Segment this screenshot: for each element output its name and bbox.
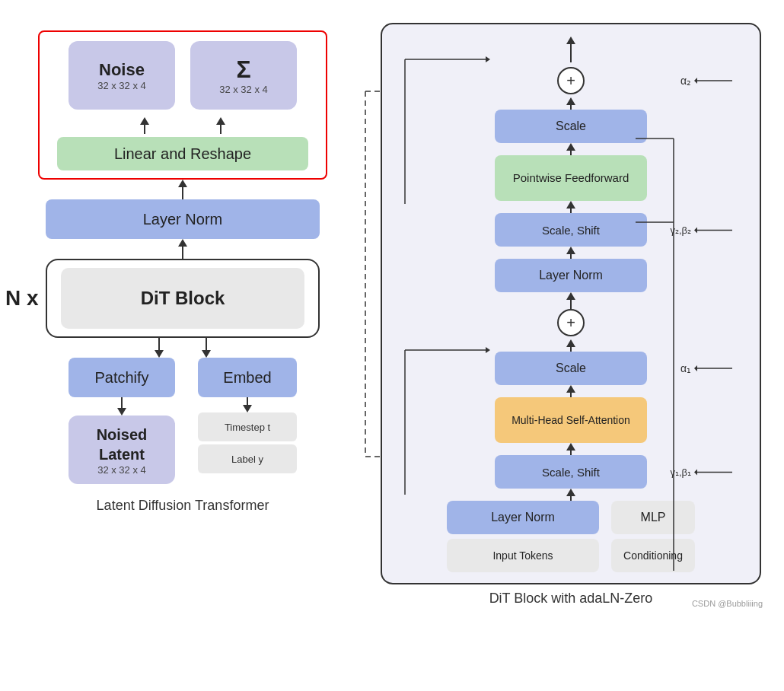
layer-norm-label-left: Layer Norm <box>143 211 222 228</box>
linear-reshape-box: Linear and Reshape <box>57 137 308 170</box>
gamma1-beta1-label: γ₁,β₁ <box>670 467 691 478</box>
noise-box: Noise 32 x 32 x 4 <box>69 41 175 110</box>
red-box: Noise 32 x 32 x 4 Σ 32 x 32 x 4 <box>38 30 327 180</box>
scale-shift1-label: Scale, Shift <box>542 466 600 479</box>
attention-label: Multi-Head Self-Attention <box>512 413 630 427</box>
main-container: Noise 32 x 32 x 4 Σ 32 x 32 x 4 <box>0 0 784 691</box>
conditioning-label: Conditioning <box>623 549 683 562</box>
svg-marker-8 <box>694 365 697 371</box>
gamma2-beta2-label: γ₂,β₂ <box>670 224 691 236</box>
mlp-box: MLP <box>611 501 695 534</box>
left-title: Latent Diffusion Transformer <box>97 498 269 514</box>
embed-box: Embed <box>198 358 297 397</box>
arrow-to-circle-bottom <box>566 292 575 309</box>
arrow-to-embed <box>202 338 211 358</box>
feedforward-label: Pointwise Feedforward <box>513 170 629 186</box>
scale-shift1-box: Scale, Shift <box>495 455 647 489</box>
arrow-to-scale1 <box>566 339 575 352</box>
watermark: CSDN @Bubbliiing <box>692 599 763 608</box>
layer-norm2-label: Layer Norm <box>539 269 603 282</box>
scale-top-label: Scale <box>556 119 586 133</box>
arrow-dit-to-ln <box>178 239 187 259</box>
arrow-to-noise <box>140 117 149 134</box>
circle-plus-top: + <box>557 67 585 94</box>
right-title: DiT Block with adaLN-Zero <box>489 591 653 607</box>
noised-latent-box: NoisedLatent 32 x 32 x 4 <box>69 416 175 484</box>
arrow-to-ss1 <box>566 443 575 455</box>
mlp-label: MLP <box>641 511 666 524</box>
svg-marker-10 <box>694 469 697 475</box>
arrow-to-scale-top <box>566 97 575 110</box>
patchify-col: Patchify NoisedLatent 32 x 32 x 4 <box>69 358 175 484</box>
svg-marker-6 <box>694 227 697 233</box>
timestep-box: Timestep t <box>198 412 297 441</box>
dit-outer-box: + α₂ Scale <box>381 23 761 584</box>
scale1-box: Scale <box>495 352 647 385</box>
arrow-top-out <box>566 37 575 62</box>
arrow-to-attn <box>566 385 575 397</box>
timestep-label: Timestep t <box>225 422 270 433</box>
patchify-label: Patchify <box>94 369 148 387</box>
conditioning-box: Conditioning <box>611 539 695 572</box>
circle-plus-bottom: + <box>557 309 585 336</box>
dit-block-inner: DiT Block <box>61 268 304 329</box>
patchify-box: Patchify <box>69 358 175 397</box>
attention-box: Multi-Head Self-Attention <box>495 397 647 443</box>
alpha2-label: α₂ <box>680 75 691 87</box>
sigma-box: Σ 32 x 32 x 4 <box>190 41 297 110</box>
alpha2-arrow <box>694 75 740 86</box>
dit-block-outer: N x DiT Block <box>46 259 320 338</box>
layer-norm2-box: Layer Norm <box>495 259 647 292</box>
arrow-to-ss2 <box>566 201 575 213</box>
arrow-ln-to-lr <box>178 180 187 199</box>
input-tokens-box: Input Tokens <box>447 539 599 572</box>
sigma-label: Σ <box>236 56 250 84</box>
layer-norm1-box: Layer Norm <box>447 501 599 534</box>
gamma1-arrow <box>694 467 740 477</box>
scale1-label: Scale <box>556 361 586 375</box>
arrow-to-noised <box>117 397 126 416</box>
n-x-label: N x <box>5 286 39 310</box>
feedforward-box: Pointwise Feedforward <box>495 155 647 201</box>
noised-dim: 32 x 32 x 4 <box>97 464 146 476</box>
noise-dim: 32 x 32 x 4 <box>97 80 146 91</box>
scale-shift2-label: Scale, Shift <box>542 224 600 237</box>
noise-label: Noise <box>99 60 145 80</box>
dit-block-label: DiT Block <box>141 288 225 309</box>
arrow-to-timestep <box>243 397 252 412</box>
patchify-embed-row: Patchify NoisedLatent 32 x 32 x 4 Embed <box>69 358 297 484</box>
gamma2-arrow <box>694 224 740 235</box>
arrow-to-patchify <box>155 338 164 358</box>
input-tokens-label: Input Tokens <box>492 549 553 562</box>
noised-latent-label: NoisedLatent <box>97 425 148 464</box>
arrow-to-ln2 <box>566 247 575 259</box>
label-y-box: Label y <box>198 444 297 473</box>
noise-row: Noise 32 x 32 x 4 Σ 32 x 32 x 4 <box>69 41 297 110</box>
arrow-to-sigma <box>216 117 225 134</box>
alpha1-arrow <box>694 363 740 374</box>
scale-shift2-box: Scale, Shift <box>495 213 647 247</box>
svg-marker-4 <box>694 78 697 84</box>
embed-col: Embed Timestep t Label y <box>198 358 297 476</box>
right-panel: + α₂ Scale <box>373 15 769 611</box>
scale-top-box: Scale <box>495 110 647 143</box>
layer-norm1-label: Layer Norm <box>491 511 555 524</box>
label-y-label: Label y <box>231 454 263 465</box>
layer-norm-box-left: Layer Norm <box>46 199 320 239</box>
arrow-to-ff <box>566 143 575 155</box>
embed-label: Embed <box>223 369 271 387</box>
linear-reshape-label: Linear and Reshape <box>114 145 251 163</box>
arrow-to-ln1 <box>566 489 575 501</box>
alpha1-label: α₁ <box>680 362 691 374</box>
left-panel: Noise 32 x 32 x 4 Σ 32 x 32 x 4 <box>8 15 358 514</box>
sigma-dim: 32 x 32 x 4 <box>219 84 268 95</box>
